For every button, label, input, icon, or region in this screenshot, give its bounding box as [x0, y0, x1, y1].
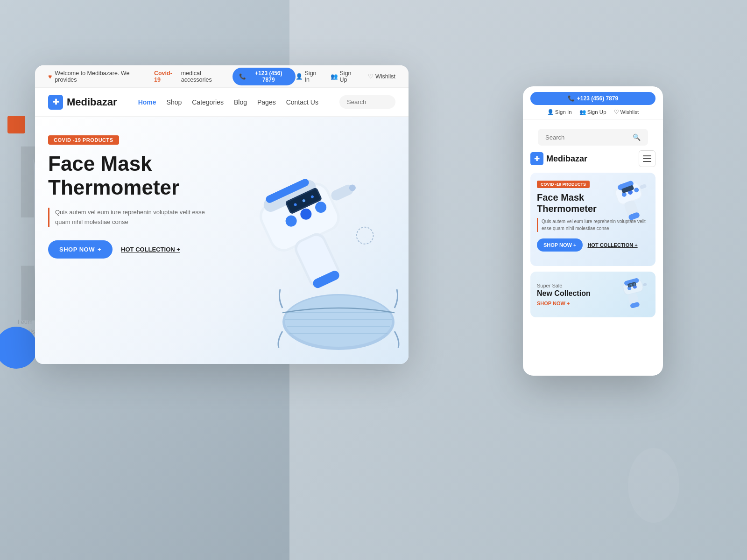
nav-pages[interactable]: Pages	[257, 98, 276, 106]
mobile-nav: ✚ Medibazar	[523, 150, 663, 173]
mobile-wishlist[interactable]: ♡ Wishlist	[614, 109, 639, 115]
mobile-logo[interactable]: ✚ Medibazar	[530, 152, 587, 165]
desktop-hero: COVID -19 PRODUCTS Face Mask Thermometer…	[35, 117, 409, 364]
welcome-text: Welcome to Medibazare. We provides	[55, 70, 151, 83]
covid-badge: COVID -19 PRODUCTS	[48, 135, 119, 145]
svg-point-0	[628, 448, 679, 523]
phone-button[interactable]: 📞 +123 (456) 7879	[233, 68, 295, 85]
mobile-search-container: 🔍	[523, 119, 663, 146]
mobile-sign-in[interactable]: 👤 Sign In	[547, 109, 572, 115]
hero-title: Face Mask Thermometer	[48, 152, 216, 199]
heart-icon: ♥	[48, 73, 52, 80]
mobile-menu-button[interactable]	[639, 150, 655, 167]
desktop-logo[interactable]: ✚ Medibazar	[48, 95, 117, 110]
mobile-hero-thermometer	[610, 177, 652, 229]
heart-icon-nav: ♡	[368, 73, 374, 80]
mobile-shop-now-button[interactable]: SHOP NOW +	[537, 238, 583, 252]
face-mask-image	[273, 271, 404, 355]
hamburger-line	[643, 158, 651, 159]
mobile-hot-collection-button[interactable]: HOT COLLECTION +	[587, 242, 637, 248]
desktop-card: ♥ Welcome to Medibazare. We provides Cov…	[35, 65, 409, 364]
hero-description: Quis autem vel eum iure reprehenin volup…	[48, 208, 216, 227]
desktop-topbar: ♥ Welcome to Medibazare. We provides Cov…	[35, 65, 409, 88]
bg-orange-square	[7, 116, 25, 133]
covid-link[interactable]: Covid-19	[154, 70, 178, 83]
mobile-promo-text: Super Sale New Collection SHOP NOW +	[537, 283, 591, 306]
mobile-sign-up[interactable]: 👥 Sign Up	[579, 109, 606, 115]
mobile-new-collection-title: New Collection	[537, 289, 591, 298]
mobile-search-input[interactable]	[545, 134, 633, 141]
topbar-right: 👤 Sign In 👥 Sign Up ♡ Wishlist	[296, 70, 395, 83]
nav-categories[interactable]: Categories	[192, 98, 224, 106]
hamburger-line	[643, 161, 651, 162]
mobile-promo-shop-button[interactable]: SHOP NOW +	[537, 301, 570, 306]
hot-collection-button[interactable]: HOT COLLECTION +	[121, 246, 180, 253]
mobile-search-icon[interactable]: 🔍	[633, 133, 641, 141]
nav-home[interactable]: Home	[138, 98, 156, 106]
phone-icon: 📞	[239, 73, 246, 80]
mobile-search-bar: 🔍	[538, 129, 648, 146]
user-add-icon: 👥	[331, 73, 338, 80]
sign-in-link[interactable]: 👤 Sign In	[296, 70, 322, 83]
mobile-auth-row: 👤 Sign In 👥 Sign Up ♡ Wishlist	[530, 109, 655, 115]
sign-up-link[interactable]: 👥 Sign Up	[331, 70, 359, 83]
mobile-phone-icon: 📞	[568, 95, 575, 102]
mobile-heart-icon: ♡	[614, 109, 619, 115]
hero-buttons: SHOP NOW + HOT COLLECTION +	[48, 240, 216, 259]
nav-blog[interactable]: Blog	[234, 98, 247, 106]
desktop-search-input[interactable]	[339, 95, 395, 109]
mobile-hero-buttons: SHOP NOW + HOT COLLECTION +	[537, 238, 649, 252]
main-nav: Home Shop Categories Blog Pages Contact …	[138, 98, 318, 106]
mobile-card: 📞 +123 (456) 7879 👤 Sign In 👥 Sign Up ♡ …	[523, 86, 663, 376]
wishlist-link[interactable]: ♡ Wishlist	[368, 73, 395, 80]
shop-now-button[interactable]: SHOP NOW +	[48, 240, 113, 259]
plus-icon: +	[98, 246, 101, 253]
bg-thermo-decorative	[616, 439, 691, 532]
logo-icon: ✚	[48, 95, 63, 110]
mobile-user-icon: 👥	[579, 109, 586, 115]
mobile-promo-card: Super Sale New Collection SHOP NOW + 98.…	[530, 272, 655, 317]
nav-contact[interactable]: Contact Us	[286, 98, 318, 106]
nav-shop[interactable]: Shop	[167, 98, 182, 106]
svg-rect-28	[640, 184, 647, 189]
topbar-left: ♥ Welcome to Medibazare. We provides Cov…	[48, 70, 233, 83]
mobile-promo-thermometer: 98.6	[621, 278, 649, 311]
svg-point-20	[285, 295, 392, 347]
mobile-person-icon: 👤	[547, 109, 554, 115]
hamburger-line	[643, 155, 651, 156]
hero-content: COVID -19 PRODUCTS Face Mask Thermometer…	[48, 135, 216, 259]
welcome-suffix: medical accessories	[181, 70, 233, 83]
mobile-topbar: 📞 +123 (456) 7879 👤 Sign In 👥 Sign Up ♡ …	[523, 86, 663, 119]
person-icon: 👤	[296, 73, 303, 80]
mobile-hero: COVID -19 PRODUCTS Face Mask Thermometer…	[530, 173, 655, 266]
mobile-super-sale-label: Super Sale	[537, 283, 591, 288]
mobile-covid-badge: COVID -19 PRODUCTS	[537, 181, 590, 188]
hero-image-area	[212, 117, 409, 364]
mobile-phone-button[interactable]: 📞 +123 (456) 7879	[530, 92, 655, 105]
svg-rect-38	[643, 283, 647, 287]
desktop-navbar: ✚ Medibazar Home Shop Categories Blog Pa…	[35, 88, 409, 117]
svg-point-18	[354, 224, 376, 247]
mobile-logo-icon: ✚	[530, 152, 543, 165]
